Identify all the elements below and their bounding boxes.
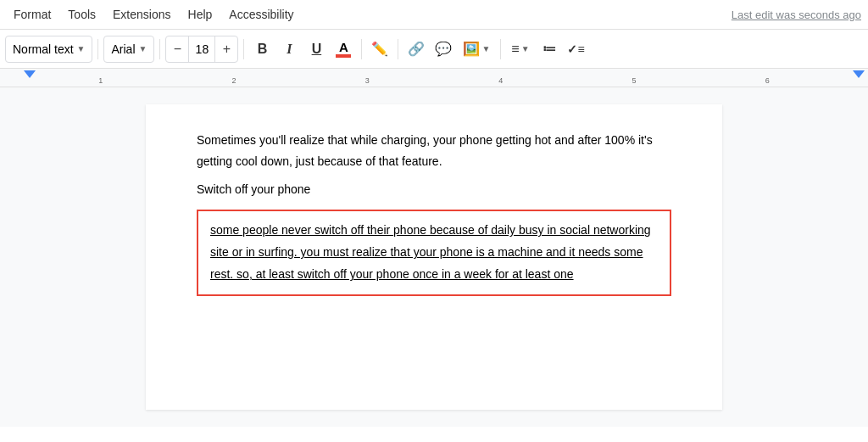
separator-4	[361, 39, 362, 59]
last-edit-status: Last edit was seconds ago	[732, 8, 861, 21]
separator-3	[243, 39, 244, 59]
paragraph-1: Sometimes you'll realize that while char…	[197, 130, 671, 172]
bold-button[interactable]: B	[249, 36, 275, 62]
ruler-mark-4: 4	[434, 76, 567, 85]
image-caret-icon: ▼	[481, 44, 490, 53]
selected-paragraph: some people never switch off their phone…	[210, 220, 658, 286]
ruler-mark-3: 3	[301, 76, 434, 85]
line-spacing-button[interactable]: ≔	[537, 36, 562, 62]
align-icon: ≡	[511, 42, 519, 57]
checklist-button[interactable]: ✓≡	[564, 36, 589, 62]
ruler: 1 2 3 4 5 6	[0, 69, 868, 87]
font-label: Arial	[111, 42, 135, 56]
italic-button[interactable]: I	[276, 36, 302, 62]
underline-button[interactable]: U	[303, 36, 329, 62]
insert-link-button[interactable]: 🔗	[403, 36, 429, 62]
menu-format[interactable]: Format	[7, 4, 58, 25]
heading-switch-off: Switch off your phone	[197, 182, 671, 196]
menu-help[interactable]: Help	[181, 4, 220, 25]
insert-image-button[interactable]: 🖼️▼	[458, 36, 495, 62]
style-label: Normal text	[13, 42, 74, 56]
separator-6	[500, 39, 501, 59]
highlight-color-button[interactable]: ✏️	[367, 36, 392, 62]
insert-comment-button[interactable]: 💬	[431, 36, 456, 62]
font-caret-icon: ▼	[139, 44, 147, 53]
ruler-mark-2: 2	[167, 76, 300, 85]
ruler-mark-6: 6	[701, 76, 834, 85]
menu-bar: Format Tools Extensions Help Accessibili…	[0, 0, 868, 30]
document-area: Sometimes you'll realize that while char…	[0, 87, 868, 427]
separator-5	[398, 39, 398, 59]
menu-accessibility[interactable]: Accessibility	[222, 4, 300, 25]
font-color-letter: A	[339, 41, 348, 53]
font-color-button[interactable]: A	[331, 36, 356, 62]
ruler-mark-1: 1	[34, 76, 167, 85]
document-page: Sometimes you'll realize that while char…	[146, 104, 722, 410]
separator-2	[159, 39, 160, 59]
ruler-right-margin-icon[interactable]	[853, 70, 865, 78]
toolbar: Normal text ▼ Arial ▼ − 18 + B I U A ✏️ …	[0, 30, 868, 69]
ruler-mark-5: 5	[567, 76, 700, 85]
align-caret-icon: ▼	[521, 44, 530, 53]
style-caret-icon: ▼	[77, 44, 86, 53]
menu-tools[interactable]: Tools	[61, 4, 103, 25]
font-select[interactable]: Arial ▼	[103, 36, 154, 63]
separator-1	[97, 39, 98, 59]
font-size-value[interactable]: 18	[188, 36, 215, 62]
paragraph-style-select[interactable]: Normal text ▼	[5, 36, 92, 63]
font-size-increase-button[interactable]: +	[215, 36, 237, 62]
menu-extensions[interactable]: Extensions	[106, 4, 177, 25]
font-color-bar	[336, 54, 351, 58]
selected-text-box: some people never switch off their phone…	[197, 210, 671, 296]
font-size-decrease-button[interactable]: −	[166, 36, 188, 62]
ruler-marks: 1 2 3 4 5 6	[0, 76, 868, 85]
font-size-group: − 18 +	[165, 36, 238, 63]
text-align-button[interactable]: ≡ ▼	[506, 36, 534, 62]
